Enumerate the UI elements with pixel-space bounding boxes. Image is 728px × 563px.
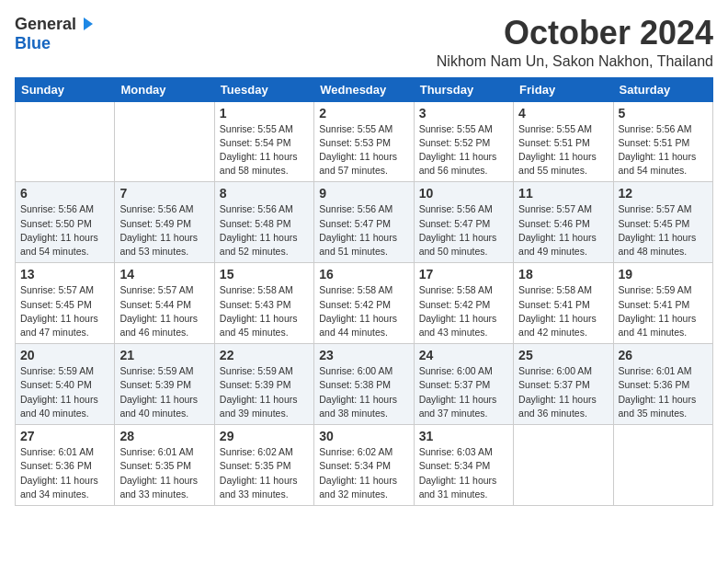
day-info: Sunrise: 6:03 AMSunset: 5:34 PMDaylight:… — [419, 445, 508, 501]
day-info: Sunrise: 6:00 AMSunset: 5:37 PMDaylight:… — [518, 364, 608, 420]
table-row: 20Sunrise: 5:59 AMSunset: 5:40 PMDayligh… — [16, 344, 115, 425]
day-number: 26 — [619, 348, 708, 362]
day-info: Sunrise: 5:58 AMSunset: 5:42 PMDaylight:… — [419, 283, 508, 339]
table-row: 23Sunrise: 6:00 AMSunset: 5:38 PMDayligh… — [314, 344, 414, 425]
day-info: Sunrise: 5:58 AMSunset: 5:43 PMDaylight:… — [220, 283, 309, 339]
table-row: 14Sunrise: 5:57 AMSunset: 5:44 PMDayligh… — [115, 263, 214, 344]
table-row — [115, 101, 214, 182]
logo-general-text: General — [15, 15, 76, 34]
table-row: 21Sunrise: 5:59 AMSunset: 5:39 PMDayligh… — [115, 344, 214, 425]
logo-blue-text: Blue — [15, 34, 51, 53]
location-title: Nikhom Nam Un, Sakon Nakhon, Thailand — [437, 53, 713, 70]
table-row: 7Sunrise: 5:56 AMSunset: 5:49 PMDaylight… — [115, 182, 214, 263]
table-row: 3Sunrise: 5:55 AMSunset: 5:52 PMDaylight… — [414, 101, 513, 182]
day-number: 6 — [20, 186, 109, 201]
day-number: 20 — [20, 348, 109, 362]
table-row: 31Sunrise: 6:03 AMSunset: 5:34 PMDayligh… — [414, 425, 513, 506]
day-number: 7 — [119, 186, 209, 201]
table-row: 24Sunrise: 6:00 AMSunset: 5:37 PMDayligh… — [414, 344, 513, 425]
day-number: 19 — [619, 267, 708, 282]
day-number: 1 — [220, 106, 309, 121]
table-row: 16Sunrise: 5:58 AMSunset: 5:42 PMDayligh… — [314, 263, 414, 344]
day-number: 13 — [20, 267, 109, 282]
header-sunday: Sunday — [16, 77, 115, 101]
day-info: Sunrise: 5:59 AMSunset: 5:40 PMDaylight:… — [20, 364, 109, 420]
day-number: 23 — [319, 348, 408, 362]
table-row: 1Sunrise: 5:55 AMSunset: 5:54 PMDaylight… — [214, 101, 313, 182]
logo: General Blue — [15, 15, 95, 53]
day-number: 12 — [619, 186, 708, 201]
day-number: 15 — [220, 267, 309, 282]
day-info: Sunrise: 5:56 AMSunset: 5:47 PMDaylight:… — [419, 202, 508, 259]
table-row: 22Sunrise: 5:59 AMSunset: 5:39 PMDayligh… — [214, 344, 313, 425]
table-row: 9Sunrise: 5:56 AMSunset: 5:47 PMDaylight… — [314, 182, 414, 263]
table-row — [514, 425, 613, 506]
day-number: 30 — [319, 429, 408, 443]
table-row: 17Sunrise: 5:58 AMSunset: 5:42 PMDayligh… — [414, 263, 513, 344]
day-info: Sunrise: 5:56 AMSunset: 5:49 PMDaylight:… — [119, 202, 209, 259]
day-info: Sunrise: 5:55 AMSunset: 5:54 PMDaylight:… — [220, 122, 309, 178]
day-info: Sunrise: 5:57 AMSunset: 5:44 PMDaylight:… — [119, 283, 209, 339]
calendar-week-row: 6Sunrise: 5:56 AMSunset: 5:50 PMDaylight… — [16, 182, 713, 263]
day-number: 24 — [419, 348, 508, 362]
day-number: 17 — [419, 267, 508, 282]
calendar-table: Sunday Monday Tuesday Wednesday Thursday… — [15, 77, 713, 506]
day-info: Sunrise: 5:56 AMSunset: 5:47 PMDaylight:… — [319, 202, 408, 259]
day-info: Sunrise: 6:00 AMSunset: 5:38 PMDaylight:… — [319, 364, 408, 420]
header-saturday: Saturday — [613, 77, 712, 101]
table-row: 30Sunrise: 6:02 AMSunset: 5:34 PMDayligh… — [314, 425, 414, 506]
day-info: Sunrise: 5:59 AMSunset: 5:39 PMDaylight:… — [220, 364, 309, 420]
table-row: 27Sunrise: 6:01 AMSunset: 5:36 PMDayligh… — [16, 425, 115, 506]
header-friday: Friday — [514, 77, 613, 101]
page-header: General Blue October 2024 Nikhom Nam Un,… — [15, 15, 713, 70]
table-row: 15Sunrise: 5:58 AMSunset: 5:43 PMDayligh… — [214, 263, 313, 344]
day-number: 8 — [220, 186, 309, 201]
day-number: 11 — [518, 186, 608, 201]
table-row: 8Sunrise: 5:56 AMSunset: 5:48 PMDaylight… — [214, 182, 313, 263]
title-area: October 2024 Nikhom Nam Un, Sakon Nakhon… — [437, 15, 713, 70]
day-info: Sunrise: 5:55 AMSunset: 5:53 PMDaylight:… — [319, 122, 408, 178]
day-number: 14 — [119, 267, 209, 282]
header-monday: Monday — [115, 77, 214, 101]
day-number: 21 — [119, 348, 209, 362]
month-title: October 2024 — [437, 15, 713, 52]
table-row: 4Sunrise: 5:55 AMSunset: 5:51 PMDaylight… — [514, 101, 613, 182]
logo-icon — [78, 16, 95, 32]
calendar-week-row: 27Sunrise: 6:01 AMSunset: 5:36 PMDayligh… — [16, 425, 713, 506]
day-info: Sunrise: 5:57 AMSunset: 5:46 PMDaylight:… — [518, 202, 608, 259]
day-info: Sunrise: 5:57 AMSunset: 5:45 PMDaylight:… — [20, 283, 109, 339]
table-row: 25Sunrise: 6:00 AMSunset: 5:37 PMDayligh… — [514, 344, 613, 425]
day-info: Sunrise: 6:01 AMSunset: 5:36 PMDaylight:… — [20, 445, 109, 501]
day-info: Sunrise: 5:56 AMSunset: 5:50 PMDaylight:… — [20, 202, 109, 259]
header-row: Sunday Monday Tuesday Wednesday Thursday… — [16, 77, 713, 101]
table-row: 12Sunrise: 5:57 AMSunset: 5:45 PMDayligh… — [613, 182, 712, 263]
day-number: 18 — [518, 267, 608, 282]
day-number: 28 — [119, 429, 209, 443]
calendar-week-row: 20Sunrise: 5:59 AMSunset: 5:40 PMDayligh… — [16, 344, 713, 425]
table-row: 5Sunrise: 5:56 AMSunset: 5:51 PMDaylight… — [613, 101, 712, 182]
day-number: 27 — [20, 429, 109, 443]
day-info: Sunrise: 6:00 AMSunset: 5:37 PMDaylight:… — [419, 364, 508, 420]
day-info: Sunrise: 5:56 AMSunset: 5:48 PMDaylight:… — [220, 202, 309, 259]
table-row: 18Sunrise: 5:58 AMSunset: 5:41 PMDayligh… — [514, 263, 613, 344]
day-number: 25 — [518, 348, 608, 362]
svg-marker-0 — [84, 17, 93, 30]
day-info: Sunrise: 5:55 AMSunset: 5:51 PMDaylight:… — [518, 122, 608, 178]
day-info: Sunrise: 5:56 AMSunset: 5:51 PMDaylight:… — [619, 122, 708, 178]
day-number: 9 — [319, 186, 408, 201]
header-thursday: Thursday — [414, 77, 513, 101]
table-row: 11Sunrise: 5:57 AMSunset: 5:46 PMDayligh… — [514, 182, 613, 263]
table-row: 28Sunrise: 6:01 AMSunset: 5:35 PMDayligh… — [115, 425, 214, 506]
header-wednesday: Wednesday — [314, 77, 414, 101]
day-number: 10 — [419, 186, 508, 201]
day-info: Sunrise: 6:02 AMSunset: 5:34 PMDaylight:… — [319, 445, 408, 501]
day-number: 4 — [518, 106, 608, 121]
day-info: Sunrise: 5:58 AMSunset: 5:41 PMDaylight:… — [518, 283, 608, 339]
day-info: Sunrise: 5:58 AMSunset: 5:42 PMDaylight:… — [319, 283, 408, 339]
day-info: Sunrise: 5:59 AMSunset: 5:41 PMDaylight:… — [619, 283, 708, 339]
day-info: Sunrise: 5:57 AMSunset: 5:45 PMDaylight:… — [619, 202, 708, 259]
table-row: 6Sunrise: 5:56 AMSunset: 5:50 PMDaylight… — [16, 182, 115, 263]
day-info: Sunrise: 6:01 AMSunset: 5:36 PMDaylight:… — [619, 364, 708, 420]
table-row: 13Sunrise: 5:57 AMSunset: 5:45 PMDayligh… — [16, 263, 115, 344]
table-row: 26Sunrise: 6:01 AMSunset: 5:36 PMDayligh… — [613, 344, 712, 425]
